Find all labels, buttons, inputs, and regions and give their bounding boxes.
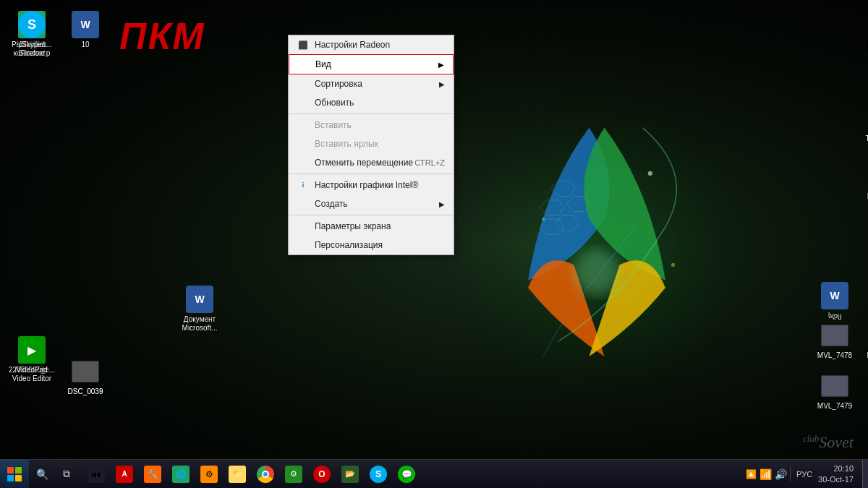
paste-shortcut-icon [297,138,309,150]
chrome-taskbar-icon [257,466,274,483]
windows-start-icon [7,467,22,481]
desktop-icon-mvl7478[interactable]: MVL_7478 [809,318,861,363]
paste-icon [297,119,309,131]
desktop-icon-word-doc[interactable]: W სდც [809,278,861,323]
app1-icon: 🔧 [144,466,161,483]
dsc39-icon [71,357,100,386]
taskbar-app-2[interactable]: 🌐 [167,461,195,488]
doc-microsoft-label: Документ Microsoft... [176,315,223,333]
desktop-icon-mvl7479[interactable]: MVL_7479 [809,369,861,414]
refresh-icon [297,97,309,108]
taskbar-app-skype[interactable]: S [365,461,392,488]
personal-icon [297,239,309,251]
desktop-icon-videopad[interactable]: ▶ VideoPad Video Editor [6,333,58,386]
taskbar-app-4[interactable]: ⚙ [280,461,307,488]
show-desktop-button[interactable] [862,460,868,489]
msg-icon: 💬 [398,466,415,483]
vid-arrow: ▶ [438,61,444,69]
context-menu-item-create[interactable]: Создать ▶ [289,194,454,213]
context-menu-item-screen[interactable]: Параметры экрана [289,217,454,236]
doc-microsoft-icon: W [185,285,214,314]
tray-icons: 🔼 📶 🔊 [746,468,787,480]
sort-arrow: ▶ [439,80,445,88]
desktop-icon-recycle[interactable]: 🗑 Корзина [862,369,868,414]
desktop: ПКМ ⬛ Настройки Radeon Вид ▶ Сортировка … [0,0,868,488]
search-icon: 🔍 [36,468,48,480]
videopad-icon: ▶ [17,335,46,364]
mvl7479-icon [820,372,849,401]
pkm-title: ПКМ [119,14,205,58]
desktop-icon-10[interactable]: W 10 [59,7,111,52]
word-doc-icon: W [820,281,849,310]
tray-show-hidden[interactable]: 🔼 [746,469,757,479]
clock-date: 30-Oct-17 [818,474,854,484]
acrobat-icon: A [116,466,133,483]
mvl7478-label: MVL_7478 [817,351,852,360]
context-menu-item-undo[interactable]: Отменить перемещение CTRL+Z [289,153,454,172]
desktop-icon-vtope[interactable]: V Vtope bot [862,217,868,262]
taskbar-pinned-apps: ⏮ A 🔧 🌐 ⚙ [82,460,740,489]
context-menu-item-refresh[interactable]: Обновить [289,93,454,112]
tray-separator [790,467,791,481]
context-menu-item-intel[interactable]: i Настройки графики Intel® [289,176,454,194]
app4-icon: ⚙ [285,466,302,483]
windows-logo [398,36,796,455]
create-icon [297,198,309,210]
word10-icon: W [71,10,100,39]
taskbar-app-3[interactable]: ⚙ [195,461,223,488]
taskbar-app-folder[interactable]: 📁 [224,461,251,488]
context-menu-item-radeon[interactable]: ⬛ Настройки Radeon [289,35,454,54]
desktop-icon-ecap[interactable]: 📷 ECap-1.0.0.9 [862,318,868,363]
undo-shortcut: CTRL+Z [414,158,445,167]
watermark: clubSovet [803,433,854,452]
desktop-icon-blizzard[interactable]: ⚡ Приложение Blizzard [862,159,868,213]
skype-taskbar-icon: S [370,466,387,483]
taskbar-search-button[interactable]: 🔍 [30,463,54,486]
clock-time: 20:10 [818,463,854,474]
context-menu-item-personal[interactable]: Персонализация [289,236,454,254]
desktop-icon-dsc39[interactable]: DSC_0039 [59,354,111,399]
mvl7479-label: MVL_7479 [817,402,852,411]
taskbar-app-opera[interactable]: O [308,461,336,488]
vid-icon [298,59,310,70]
folder-icon: 📁 [229,466,246,483]
tima-label: ТИМА++СО... [865,134,868,143]
desktop-icon-doc-microsoft[interactable]: W Документ Microsoft... [174,282,226,335]
context-menu-item-vid[interactable]: Вид ▶ [289,54,454,74]
taskbar-app-1[interactable]: 🔧 [139,461,166,488]
taskview-icon: ⧉ [63,468,70,480]
taskbar-app-media[interactable]: ⏮ [82,461,110,488]
svg-point-2 [648,171,652,176]
taskbar-app-acrobat[interactable]: A [111,461,138,488]
separator-3 [289,215,454,215]
taskbar-app-files[interactable]: 📂 [336,461,364,488]
taskbar-taskview-button[interactable]: ⧉ [54,461,80,487]
radeon-icon: ⬛ [297,39,309,51]
context-menu-item-paste[interactable]: Вставить [289,116,454,134]
mvl7478-icon [820,321,849,350]
videopad-label: VideoPad Video Editor [9,366,55,383]
taskbar-app-msg[interactable]: 💬 [393,461,420,488]
svg-point-1 [574,249,619,295]
svg-point-0 [429,97,765,402]
taskbar: 🔍 ⧉ ⏮ A 🔧 🌐 [0,459,868,488]
opera-taskbar-icon: O [313,466,331,483]
tray-volume[interactable]: 🔊 [775,468,787,480]
files-icon: 📂 [341,466,359,483]
system-tray: 🔼 📶 🔊 РУС 20:10 30-Oct-17 [740,460,862,489]
desktop-icon-cod-w[interactable]: CoD Call of Duty - World at W... [865,9,868,62]
dsc39-label: DSC_0039 [68,388,103,396]
screen-icon [297,221,309,232]
language-button[interactable]: РУС [793,470,815,479]
clock[interactable]: 20:10 30-Oct-17 [818,463,854,484]
start-button[interactable] [0,460,29,489]
desktop-icon-tima[interactable]: T++ ТИМА++СО... [862,101,868,146]
intel-icon: i [297,179,309,191]
separator-1 [289,114,454,114]
tray-network[interactable]: 📶 [760,468,772,480]
svg-point-4 [671,263,675,267]
taskbar-app-chrome[interactable] [252,461,279,488]
context-menu-item-sort[interactable]: Сортировка ▶ [289,74,454,93]
context-menu-item-paste-shortcut[interactable]: Вставить ярлык [289,134,454,153]
desktop-icon-skype[interactable]: S Skype [6,7,58,52]
